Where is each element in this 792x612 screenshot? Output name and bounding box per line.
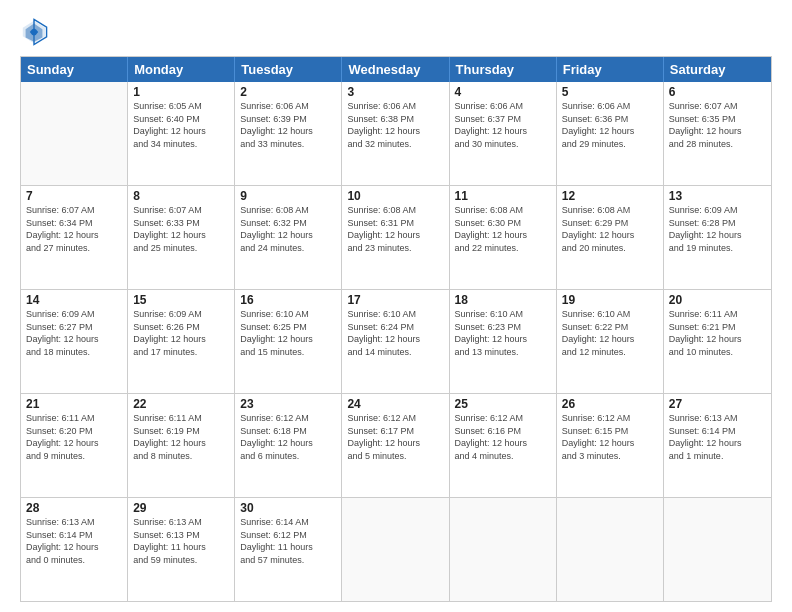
day-number: 30 (240, 501, 336, 515)
day-cell-9: 9Sunrise: 6:08 AM Sunset: 6:32 PM Daylig… (235, 186, 342, 289)
calendar: SundayMondayTuesdayWednesdayThursdayFrid… (20, 56, 772, 602)
logo-icon (20, 18, 48, 46)
day-number: 23 (240, 397, 336, 411)
weekday-header-tuesday: Tuesday (235, 57, 342, 82)
day-cell-18: 18Sunrise: 6:10 AM Sunset: 6:23 PM Dayli… (450, 290, 557, 393)
day-info: Sunrise: 6:10 AM Sunset: 6:22 PM Dayligh… (562, 308, 658, 358)
weekday-header-thursday: Thursday (450, 57, 557, 82)
day-cell-21: 21Sunrise: 6:11 AM Sunset: 6:20 PM Dayli… (21, 394, 128, 497)
day-cell-6: 6Sunrise: 6:07 AM Sunset: 6:35 PM Daylig… (664, 82, 771, 185)
day-cell-1: 1Sunrise: 6:05 AM Sunset: 6:40 PM Daylig… (128, 82, 235, 185)
day-number: 18 (455, 293, 551, 307)
day-info: Sunrise: 6:08 AM Sunset: 6:31 PM Dayligh… (347, 204, 443, 254)
day-info: Sunrise: 6:13 AM Sunset: 6:13 PM Dayligh… (133, 516, 229, 566)
day-cell-24: 24Sunrise: 6:12 AM Sunset: 6:17 PM Dayli… (342, 394, 449, 497)
day-cell-11: 11Sunrise: 6:08 AM Sunset: 6:30 PM Dayli… (450, 186, 557, 289)
empty-cell-0-0 (21, 82, 128, 185)
day-number: 26 (562, 397, 658, 411)
day-cell-26: 26Sunrise: 6:12 AM Sunset: 6:15 PM Dayli… (557, 394, 664, 497)
day-info: Sunrise: 6:11 AM Sunset: 6:20 PM Dayligh… (26, 412, 122, 462)
day-info: Sunrise: 6:07 AM Sunset: 6:34 PM Dayligh… (26, 204, 122, 254)
day-cell-3: 3Sunrise: 6:06 AM Sunset: 6:38 PM Daylig… (342, 82, 449, 185)
day-info: Sunrise: 6:05 AM Sunset: 6:40 PM Dayligh… (133, 100, 229, 150)
weekday-header-friday: Friday (557, 57, 664, 82)
day-number: 10 (347, 189, 443, 203)
logo (20, 18, 52, 46)
empty-cell-4-3 (342, 498, 449, 601)
day-cell-16: 16Sunrise: 6:10 AM Sunset: 6:25 PM Dayli… (235, 290, 342, 393)
day-number: 21 (26, 397, 122, 411)
calendar-row-0: 1Sunrise: 6:05 AM Sunset: 6:40 PM Daylig… (21, 82, 771, 186)
weekday-header-wednesday: Wednesday (342, 57, 449, 82)
day-cell-19: 19Sunrise: 6:10 AM Sunset: 6:22 PM Dayli… (557, 290, 664, 393)
day-info: Sunrise: 6:06 AM Sunset: 6:39 PM Dayligh… (240, 100, 336, 150)
day-number: 17 (347, 293, 443, 307)
day-cell-27: 27Sunrise: 6:13 AM Sunset: 6:14 PM Dayli… (664, 394, 771, 497)
day-cell-30: 30Sunrise: 6:14 AM Sunset: 6:12 PM Dayli… (235, 498, 342, 601)
day-cell-4: 4Sunrise: 6:06 AM Sunset: 6:37 PM Daylig… (450, 82, 557, 185)
day-number: 7 (26, 189, 122, 203)
day-cell-13: 13Sunrise: 6:09 AM Sunset: 6:28 PM Dayli… (664, 186, 771, 289)
day-cell-12: 12Sunrise: 6:08 AM Sunset: 6:29 PM Dayli… (557, 186, 664, 289)
weekday-header-monday: Monday (128, 57, 235, 82)
day-cell-28: 28Sunrise: 6:13 AM Sunset: 6:14 PM Dayli… (21, 498, 128, 601)
day-info: Sunrise: 6:08 AM Sunset: 6:29 PM Dayligh… (562, 204, 658, 254)
day-info: Sunrise: 6:11 AM Sunset: 6:21 PM Dayligh… (669, 308, 766, 358)
day-cell-23: 23Sunrise: 6:12 AM Sunset: 6:18 PM Dayli… (235, 394, 342, 497)
day-info: Sunrise: 6:10 AM Sunset: 6:24 PM Dayligh… (347, 308, 443, 358)
day-info: Sunrise: 6:06 AM Sunset: 6:38 PM Dayligh… (347, 100, 443, 150)
day-number: 9 (240, 189, 336, 203)
day-info: Sunrise: 6:10 AM Sunset: 6:23 PM Dayligh… (455, 308, 551, 358)
day-number: 5 (562, 85, 658, 99)
day-number: 1 (133, 85, 229, 99)
day-cell-5: 5Sunrise: 6:06 AM Sunset: 6:36 PM Daylig… (557, 82, 664, 185)
day-number: 3 (347, 85, 443, 99)
day-cell-25: 25Sunrise: 6:12 AM Sunset: 6:16 PM Dayli… (450, 394, 557, 497)
day-number: 19 (562, 293, 658, 307)
day-info: Sunrise: 6:07 AM Sunset: 6:33 PM Dayligh… (133, 204, 229, 254)
day-number: 29 (133, 501, 229, 515)
calendar-row-1: 7Sunrise: 6:07 AM Sunset: 6:34 PM Daylig… (21, 186, 771, 290)
day-info: Sunrise: 6:08 AM Sunset: 6:30 PM Dayligh… (455, 204, 551, 254)
calendar-row-2: 14Sunrise: 6:09 AM Sunset: 6:27 PM Dayli… (21, 290, 771, 394)
day-number: 24 (347, 397, 443, 411)
day-cell-15: 15Sunrise: 6:09 AM Sunset: 6:26 PM Dayli… (128, 290, 235, 393)
day-info: Sunrise: 6:13 AM Sunset: 6:14 PM Dayligh… (26, 516, 122, 566)
day-info: Sunrise: 6:07 AM Sunset: 6:35 PM Dayligh… (669, 100, 766, 150)
day-cell-8: 8Sunrise: 6:07 AM Sunset: 6:33 PM Daylig… (128, 186, 235, 289)
day-number: 6 (669, 85, 766, 99)
day-cell-22: 22Sunrise: 6:11 AM Sunset: 6:19 PM Dayli… (128, 394, 235, 497)
day-number: 22 (133, 397, 229, 411)
day-number: 2 (240, 85, 336, 99)
day-info: Sunrise: 6:13 AM Sunset: 6:14 PM Dayligh… (669, 412, 766, 462)
day-number: 8 (133, 189, 229, 203)
header (20, 18, 772, 46)
day-number: 15 (133, 293, 229, 307)
day-cell-14: 14Sunrise: 6:09 AM Sunset: 6:27 PM Dayli… (21, 290, 128, 393)
day-number: 16 (240, 293, 336, 307)
day-info: Sunrise: 6:10 AM Sunset: 6:25 PM Dayligh… (240, 308, 336, 358)
day-number: 14 (26, 293, 122, 307)
day-number: 4 (455, 85, 551, 99)
day-number: 12 (562, 189, 658, 203)
day-cell-2: 2Sunrise: 6:06 AM Sunset: 6:39 PM Daylig… (235, 82, 342, 185)
day-info: Sunrise: 6:12 AM Sunset: 6:15 PM Dayligh… (562, 412, 658, 462)
day-number: 27 (669, 397, 766, 411)
day-info: Sunrise: 6:14 AM Sunset: 6:12 PM Dayligh… (240, 516, 336, 566)
day-info: Sunrise: 6:09 AM Sunset: 6:26 PM Dayligh… (133, 308, 229, 358)
weekday-header-sunday: Sunday (21, 57, 128, 82)
day-number: 13 (669, 189, 766, 203)
day-cell-17: 17Sunrise: 6:10 AM Sunset: 6:24 PM Dayli… (342, 290, 449, 393)
day-info: Sunrise: 6:09 AM Sunset: 6:27 PM Dayligh… (26, 308, 122, 358)
day-info: Sunrise: 6:06 AM Sunset: 6:36 PM Dayligh… (562, 100, 658, 150)
day-info: Sunrise: 6:11 AM Sunset: 6:19 PM Dayligh… (133, 412, 229, 462)
calendar-row-4: 28Sunrise: 6:13 AM Sunset: 6:14 PM Dayli… (21, 498, 771, 601)
calendar-row-3: 21Sunrise: 6:11 AM Sunset: 6:20 PM Dayli… (21, 394, 771, 498)
empty-cell-4-5 (557, 498, 664, 601)
weekday-header-saturday: Saturday (664, 57, 771, 82)
day-number: 20 (669, 293, 766, 307)
empty-cell-4-6 (664, 498, 771, 601)
day-number: 11 (455, 189, 551, 203)
page: SundayMondayTuesdayWednesdayThursdayFrid… (0, 0, 792, 612)
calendar-header: SundayMondayTuesdayWednesdayThursdayFrid… (21, 57, 771, 82)
